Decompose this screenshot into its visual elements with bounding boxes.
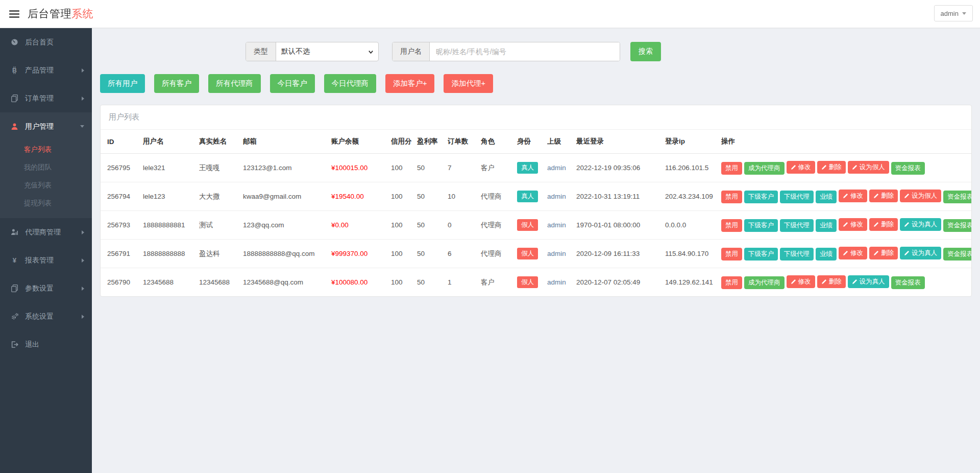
type-select[interactable]: 默认不选 (276, 42, 378, 61)
action-button-label: 业绩 (820, 193, 832, 201)
parent-link[interactable]: admin (547, 278, 566, 286)
user-dropdown[interactable]: admin (934, 5, 973, 21)
action-button-删除[interactable]: 删除 (817, 161, 846, 174)
sidebar-item-产品管理[interactable]: B产品管理 (0, 56, 92, 84)
sidebar-subitem-提现列表[interactable]: 提现列表 (0, 194, 92, 212)
action-button-下级客户[interactable]: 下级客户 (744, 219, 778, 232)
action-button-删除[interactable]: 删除 (817, 275, 846, 288)
action-button-禁用[interactable]: 禁用 (721, 276, 742, 289)
parent-link[interactable]: admin (547, 164, 566, 172)
action-button-下级客户[interactable]: 下级客户 (744, 191, 778, 203)
column-header-登录ip: 登录ip (665, 130, 721, 154)
username-filter-group: 用户名 (392, 42, 620, 61)
cell-parent: admin (547, 182, 576, 211)
action-button-设为假人[interactable]: 设为假人 (848, 161, 889, 174)
action-button-删除[interactable]: 删除 (869, 218, 898, 231)
action-button-label: 设为假人 (912, 192, 937, 200)
sidebar-group-8: 退出 (0, 330, 92, 359)
sidebar-item-参数设置[interactable]: 参数设置 (0, 274, 92, 302)
action-button-修改[interactable]: 修改 (787, 275, 815, 288)
action-button-禁用[interactable]: 禁用 (721, 191, 742, 203)
action-button-label: 修改 (798, 277, 811, 286)
action-button-修改[interactable]: 修改 (839, 190, 867, 202)
toolbar-button-今日代理商[interactable]: 今日代理商 (324, 74, 377, 93)
action-button-设为假人[interactable]: 设为假人 (900, 190, 941, 202)
toolbar-button-添加客户[interactable]: 添加客户+ (385, 74, 434, 93)
action-button-禁用[interactable]: 禁用 (721, 219, 742, 232)
cell-real-name: 测试 (199, 211, 243, 240)
action-button-修改[interactable]: 修改 (839, 218, 867, 231)
action-button-资金报表[interactable]: 资金报表 (943, 248, 971, 261)
quick-filter-toolbar: 所有用户所有客户所有代理商今日客户今日代理商添加客户+添加代理+ (100, 74, 972, 93)
action-button-业绩[interactable]: 业绩 (816, 219, 837, 232)
action-button-成为代理商[interactable]: 成为代理商 (744, 276, 785, 289)
action-button-修改[interactable]: 修改 (839, 247, 867, 259)
cell-balance: ¥100015.00 (331, 154, 391, 182)
sidebar-item-后台首页[interactable]: 后台首页 (0, 28, 92, 56)
toolbar-button-所有客户[interactable]: 所有客户 (154, 74, 199, 93)
action-button-资金报表[interactable]: 资金报表 (891, 162, 925, 175)
cell-parent: admin (547, 211, 576, 240)
sidebar-item-label: 产品管理 (25, 66, 54, 75)
action-button-下级客户[interactable]: 下级客户 (744, 248, 778, 261)
toolbar-button-添加代理[interactable]: 添加代理+ (444, 74, 493, 93)
sidebar-item-订单管理[interactable]: 订单管理 (0, 84, 92, 112)
column-header-账户余额: 账户余额 (331, 130, 391, 154)
action-button-修改[interactable]: 修改 (787, 161, 815, 174)
action-button-业绩[interactable]: 业绩 (816, 191, 837, 203)
sidebar-item-系统设置[interactable]: 系统设置 (0, 302, 92, 330)
toolbar-button-所有用户[interactable]: 所有用户 (100, 74, 145, 93)
action-button-设为真人[interactable]: 设为真人 (900, 247, 941, 259)
action-button-删除[interactable]: 删除 (869, 190, 898, 202)
action-button-资金报表[interactable]: 资金报表 (943, 191, 971, 203)
column-header-盈利率: 盈利率 (417, 130, 448, 154)
column-header-最近登录: 最近登录 (576, 130, 665, 154)
action-button-禁用[interactable]: 禁用 (721, 248, 742, 261)
pencil-icon (904, 222, 910, 227)
sidebar-group-5: ¥报表管理 (0, 246, 92, 274)
parent-link[interactable]: admin (547, 250, 566, 257)
table-row: 25679118888888888盈达科18888888888@qq.com¥9… (101, 240, 971, 268)
action-button-资金报表[interactable]: 资金报表 (943, 219, 971, 232)
toolbar-button-所有代理商[interactable]: 所有代理商 (208, 74, 261, 93)
hamburger-menu-icon[interactable] (9, 9, 19, 19)
identity-badge: 真人 (517, 191, 538, 202)
action-button-label: 资金报表 (895, 278, 921, 287)
action-button-label: 删除 (829, 277, 842, 286)
cell-real-name: 王嘎嘎 (199, 154, 243, 182)
chevron-down-icon (962, 12, 966, 15)
action-button-删除[interactable]: 删除 (869, 247, 898, 259)
action-button-资金报表[interactable]: 资金报表 (891, 276, 925, 289)
action-button-label: 业绩 (820, 221, 832, 230)
parent-link[interactable]: admin (547, 193, 566, 200)
signout-icon (10, 341, 19, 348)
sidebar-item-退出[interactable]: 退出 (0, 330, 92, 359)
action-button-label: 设为假人 (860, 163, 885, 172)
sidebar-item-报表管理[interactable]: ¥报表管理 (0, 246, 92, 274)
action-button-下级代理[interactable]: 下级代理 (780, 219, 814, 232)
sidebar-item-用户管理[interactable]: 用户管理 (0, 112, 92, 140)
action-button-下级代理[interactable]: 下级代理 (780, 248, 814, 261)
search-button[interactable]: 搜索 (630, 42, 661, 61)
user-icon (10, 123, 19, 130)
action-button-label: 业绩 (820, 250, 832, 258)
sidebar-subitem-充值列表[interactable]: 充值列表 (0, 176, 92, 194)
username-search-input[interactable] (430, 42, 620, 61)
cell-credit: 100 (391, 268, 417, 297)
action-button-设为真人[interactable]: 设为真人 (848, 275, 889, 288)
action-button-label: 下级客户 (748, 193, 774, 201)
action-button-label: 修改 (850, 249, 863, 257)
action-button-成为代理商[interactable]: 成为代理商 (744, 162, 785, 175)
sidebar-subitem-我的团队[interactable]: 我的团队 (0, 158, 92, 176)
toolbar-button-今日客户[interactable]: 今日客户 (270, 74, 315, 93)
action-button-label: 修改 (850, 220, 863, 229)
cell-username: 18888888881 (143, 211, 199, 240)
action-button-业绩[interactable]: 业绩 (816, 248, 837, 261)
parent-link[interactable]: admin (547, 221, 566, 229)
cell-username: lele123 (143, 182, 199, 211)
action-button-禁用[interactable]: 禁用 (721, 162, 742, 175)
sidebar-item-代理商管理[interactable]: 代理商管理 (0, 218, 92, 246)
sidebar-subitem-客户列表[interactable]: 客户列表 (0, 140, 92, 158)
action-button-设为真人[interactable]: 设为真人 (900, 218, 941, 231)
action-button-下级代理[interactable]: 下级代理 (780, 191, 814, 203)
